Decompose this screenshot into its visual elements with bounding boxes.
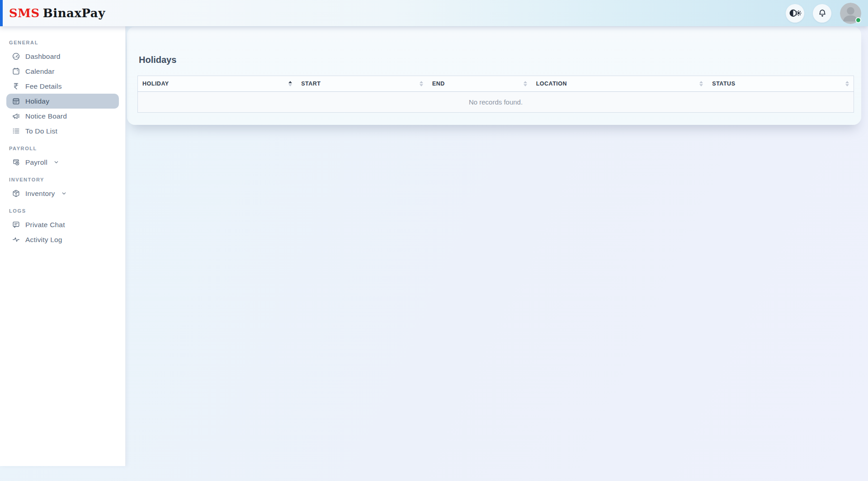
sidebar-item-private-chat[interactable]: Private Chat xyxy=(6,217,119,232)
column-label: HOLIDAY xyxy=(142,81,169,87)
column-header-start[interactable]: START xyxy=(297,76,428,92)
sidebar: GENERAL Dashboard Calendar xyxy=(0,26,126,466)
sidebar-item-label: Payroll xyxy=(25,158,47,167)
sidebar-item-calendar[interactable]: Calendar xyxy=(6,64,119,79)
rupee-icon xyxy=(12,82,20,90)
empty-message: No records found. xyxy=(138,92,854,113)
sidebar-item-label: To Do List xyxy=(25,127,57,135)
notifications-button[interactable] xyxy=(813,4,831,23)
theme-toggle-icon xyxy=(789,8,802,18)
table-empty-row: No records found. xyxy=(138,92,854,113)
sidebar-item-to-do-list[interactable]: To Do List xyxy=(6,124,119,138)
sidebar-section-payroll: PAYROLL xyxy=(9,146,116,151)
inventory-box-icon xyxy=(12,189,20,198)
user-avatar[interactable] xyxy=(840,3,861,24)
sidebar-item-label: Calendar xyxy=(25,67,55,76)
sidebar-item-fee-details[interactable]: Fee Details xyxy=(6,79,119,94)
sort-arrows-icon xyxy=(699,81,703,86)
sidebar-item-payroll[interactable]: Payroll xyxy=(6,155,119,170)
activity-pulse-icon xyxy=(12,235,20,244)
column-label: STATUS xyxy=(712,81,735,87)
sort-arrows-icon xyxy=(524,81,527,86)
page-title: Holidays xyxy=(139,55,176,65)
brand-name: BinaxPay xyxy=(43,6,105,20)
online-status-dot xyxy=(855,17,861,23)
sidebar-item-label: Notice Board xyxy=(25,112,67,120)
sidebar-item-inventory[interactable]: Inventory xyxy=(6,186,119,201)
column-label: END xyxy=(432,81,445,87)
bell-icon xyxy=(817,8,827,18)
calendar-icon xyxy=(12,67,20,76)
holidays-table: HOLIDAY START END xyxy=(137,76,854,113)
megaphone-icon xyxy=(12,112,20,120)
holiday-calendar-icon xyxy=(12,97,20,105)
sidebar-item-dashboard[interactable]: Dashboard xyxy=(6,49,119,64)
chevron-down-icon xyxy=(53,159,59,165)
column-header-location[interactable]: LOCATION xyxy=(532,76,708,92)
sidebar-section-inventory: INVENTORY xyxy=(9,177,116,182)
chat-bubble-icon xyxy=(12,220,20,229)
sidebar-item-notice-board[interactable]: Notice Board xyxy=(6,109,119,124)
sidebar-item-label: Private Chat xyxy=(25,221,65,229)
top-bar: SMSBinaxPay xyxy=(0,0,868,26)
chevron-down-icon xyxy=(61,190,67,196)
sidebar-section-general: GENERAL xyxy=(9,40,116,45)
sort-arrows-icon xyxy=(288,81,292,86)
column-label: LOCATION xyxy=(536,81,567,87)
table-header-row: HOLIDAY START END xyxy=(138,76,854,92)
sidebar-section-logs: LOGS xyxy=(9,208,116,214)
topbar-actions xyxy=(786,3,868,24)
brand-prefix: SMS xyxy=(9,6,40,20)
theme-toggle-button[interactable] xyxy=(786,4,804,23)
todo-list-icon xyxy=(12,127,20,135)
sidebar-item-activity-log[interactable]: Activity Log xyxy=(6,232,119,247)
column-label: START xyxy=(301,81,321,87)
sidebar-item-label: Activity Log xyxy=(25,236,62,244)
column-header-status[interactable]: STATUS xyxy=(708,76,854,92)
column-header-end[interactable]: END xyxy=(428,76,532,92)
sidebar-item-holiday[interactable]: Holiday xyxy=(6,94,119,109)
holidays-card: Holidays HOLIDAY START xyxy=(127,27,861,125)
payroll-coin-icon xyxy=(12,158,20,167)
sidebar-item-label: Fee Details xyxy=(25,82,62,90)
column-header-holiday[interactable]: HOLIDAY xyxy=(138,76,297,92)
brand-logo[interactable]: SMSBinaxPay xyxy=(9,6,105,20)
sidebar-item-label: Inventory xyxy=(25,190,55,198)
sidebar-item-label: Dashboard xyxy=(25,52,61,61)
sidebar-item-label: Holiday xyxy=(25,97,49,105)
sort-arrows-icon xyxy=(845,81,849,86)
brand-accent-bar xyxy=(0,0,3,26)
sort-arrows-icon xyxy=(420,81,423,86)
gauge-icon xyxy=(12,52,20,61)
